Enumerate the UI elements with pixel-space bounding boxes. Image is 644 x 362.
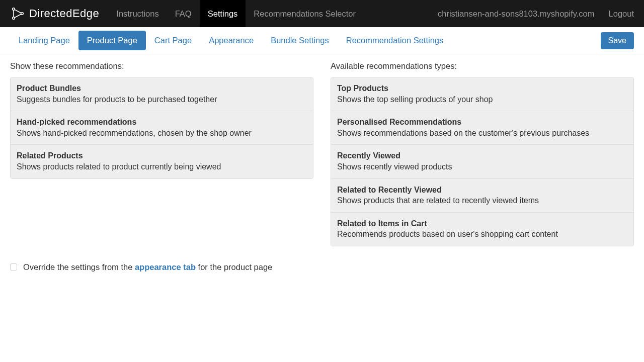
override-checkbox[interactable] [10, 263, 17, 270]
top-navbar: DirectedEdge Instructions FAQ Settings R… [0, 0, 644, 27]
list-item[interactable]: Personalised Recommendations Shows recom… [331, 111, 633, 145]
tab-bundle-settings[interactable]: Bundle Settings [262, 31, 338, 50]
tab-recommendation-settings[interactable]: Recommendation Settings [338, 31, 452, 50]
available-types-list: Top Products Shows the top selling produ… [331, 77, 634, 246]
nav-recommendations-selector[interactable]: Recommendations Selector [246, 0, 364, 27]
list-item-title: Related Products [17, 150, 307, 161]
nav-items: Instructions FAQ Settings Recommendation… [108, 0, 364, 27]
available-types-col: Available recommendations types: Top Pro… [331, 61, 634, 246]
save-button[interactable]: Save [601, 32, 634, 49]
list-item[interactable]: Hand-picked recommendations Shows hand-p… [11, 111, 313, 145]
show-recommendations-list: Product Bundles Suggests bundles for pro… [10, 77, 313, 179]
tab-cart-page[interactable]: Cart Page [146, 31, 200, 50]
list-item[interactable]: Related to Recently Viewed Shows product… [331, 179, 633, 213]
shop-domain: christiansen-and-sons8103.myshopify.com [438, 9, 595, 19]
list-item-title: Recently Viewed [337, 150, 627, 161]
tab-appearance[interactable]: Appearance [200, 31, 262, 50]
show-recommendations-heading: Show these recommendations: [10, 61, 313, 71]
logout-link[interactable]: Logout [609, 9, 634, 19]
nav-right: christiansen-and-sons8103.myshopify.com … [438, 0, 644, 27]
available-types-heading: Available recommendations types: [331, 61, 634, 71]
tab-landing-page[interactable]: Landing Page [10, 31, 78, 50]
list-item-title: Top Products [337, 83, 627, 94]
tab-product-page[interactable]: Product Page [78, 31, 146, 50]
appearance-tab-link[interactable]: appearance tab [135, 262, 196, 272]
list-item-desc: Shows hand-picked recommendations, chose… [17, 128, 307, 139]
list-item-desc: Shows products related to product curren… [17, 161, 307, 172]
subnav: Landing Page Product Page Cart Page Appe… [0, 27, 644, 54]
override-text-post: for the product page [196, 262, 272, 272]
nav-instructions[interactable]: Instructions [108, 0, 167, 27]
list-item-title: Product Bundles [17, 83, 307, 94]
list-item-desc: Shows the top selling products of your s… [337, 94, 627, 105]
svg-point-1 [13, 17, 15, 20]
list-item-title: Hand-picked recommendations [17, 117, 307, 128]
list-item[interactable]: Related to Items in Cart Recommends prod… [331, 213, 633, 246]
list-item-desc: Shows recently viewed products [337, 161, 627, 172]
svg-point-0 [13, 8, 15, 11]
brand-logo-icon [10, 6, 25, 21]
override-label[interactable]: Override the settings from the appearanc… [23, 262, 272, 272]
list-item[interactable]: Product Bundles Suggests bundles for pro… [11, 77, 313, 111]
show-recommendations-col: Show these recommendations: Product Bund… [10, 61, 313, 246]
svg-point-2 [21, 13, 24, 15]
brand-name: DirectedEdge [29, 7, 99, 20]
svg-line-3 [15, 10, 21, 13]
content: Show these recommendations: Product Bund… [0, 54, 644, 253]
nav-settings[interactable]: Settings [200, 0, 246, 27]
list-item-desc: Shows recommendations based on the custo… [337, 128, 627, 139]
list-item[interactable]: Top Products Shows the top selling produ… [331, 77, 633, 111]
svg-line-4 [15, 14, 21, 18]
tabs: Landing Page Product Page Cart Page Appe… [10, 31, 452, 50]
list-item-title: Personalised Recommendations [337, 117, 627, 128]
override-text-pre: Override the settings from the [23, 262, 135, 272]
list-item-title: Related to Recently Viewed [337, 185, 627, 196]
list-item-title: Related to Items in Cart [337, 218, 627, 229]
list-item-desc: Suggests bundles for products to be purc… [17, 94, 307, 105]
list-item[interactable]: Recently Viewed Shows recently viewed pr… [331, 145, 633, 178]
nav-faq[interactable]: FAQ [167, 0, 200, 27]
brand[interactable]: DirectedEdge [0, 0, 108, 27]
list-item-desc: Recommends products based on user's shop… [337, 229, 627, 240]
list-item-desc: Shows products that are related to recen… [337, 195, 627, 206]
list-item[interactable]: Related Products Shows products related … [11, 145, 313, 178]
override-row: Override the settings from the appearanc… [0, 253, 644, 272]
